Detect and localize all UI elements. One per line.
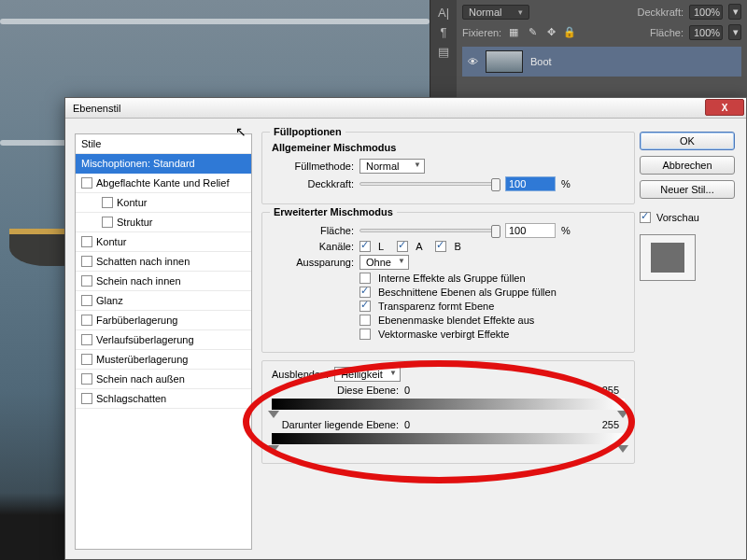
wave-decor — [0, 19, 430, 24]
checkbox[interactable] — [81, 334, 92, 345]
fill-label: Fläche: — [650, 27, 684, 38]
checkbox[interactable] — [81, 295, 92, 306]
layer-row[interactable]: 👁 Boot — [462, 47, 741, 77]
percent-label: % — [561, 178, 571, 189]
fill-opacity-label: Fläche: — [272, 225, 354, 236]
lock-transparency-icon[interactable]: ▦ — [507, 26, 520, 38]
under-min: 0 — [404, 419, 410, 430]
style-item-satin[interactable]: Glanz — [76, 291, 251, 311]
checkbox[interactable] — [81, 315, 92, 326]
style-item-bevel[interactable]: Abgeflachte Kante und Relief — [76, 174, 251, 193]
checkbox[interactable] — [81, 393, 92, 404]
opacity-stepper[interactable]: ▾ — [728, 4, 741, 20]
style-item-drop-shadow[interactable]: Schlagschatten — [76, 389, 251, 409]
under-layer-gradient[interactable] — [272, 433, 625, 444]
options-area: Füllpoptionen Allgemeiner Mischmodus Fül… — [261, 132, 635, 550]
blend-method-label: Füllmethode: — [272, 161, 354, 172]
fill-opacity-slider[interactable] — [359, 229, 500, 232]
opacity-input[interactable]: 100 — [505, 176, 556, 191]
dialog-buttons: OK Abbrechen Neuer Stil... Vorschau — [640, 132, 735, 281]
channel-b-checkbox[interactable] — [435, 241, 446, 252]
advanced-blend-group: Erweiterter Mischmodus Fläche: 100 % Kan… — [261, 212, 635, 353]
blendif-select[interactable]: Helligkeit — [334, 367, 401, 382]
knockout-select[interactable]: Ohne — [359, 255, 409, 270]
opacity-value[interactable]: 100% — [689, 5, 723, 20]
blend-mode-select[interactable]: Normal — [462, 5, 529, 20]
style-item-outer-glow[interactable]: Schein nach außen — [76, 370, 251, 389]
tool-strip: A| ¶ ▤ — [430, 0, 457, 103]
under-layer-label: Darunter liegende Ebene: — [277, 419, 399, 430]
styles-header[interactable]: Stile — [76, 134, 251, 154]
preview-label: Vorschau — [656, 212, 699, 223]
opt4-label: Vektormaske verbirgt Effekte — [378, 329, 509, 340]
opt2-label: Transparenz formt Ebene — [378, 301, 494, 312]
opt3-label: Ebenenmaske blendet Effekte aus — [378, 315, 534, 326]
checkbox[interactable] — [81, 373, 92, 385]
lock-label: Fixieren: — [462, 27, 501, 38]
lock-move-icon[interactable]: ✥ — [544, 26, 557, 38]
this-min: 0 — [404, 385, 410, 396]
layers-icon[interactable]: ▤ — [438, 45, 449, 59]
opt0-label: Interne Effekte als Gruppe füllen — [378, 273, 526, 284]
opt1-checkbox[interactable] — [359, 287, 371, 298]
channels-label: Kanäle: — [272, 241, 354, 252]
ok-button[interactable]: OK — [640, 132, 735, 150]
style-item-inner-glow[interactable]: Schein nach innen — [76, 272, 251, 291]
style-item-color-overlay[interactable]: Farbüberlagerung — [76, 311, 251, 330]
layer-style-dialog: Ebenenstil X Stile Mischoptionen: Standa… — [64, 97, 747, 560]
checkbox[interactable] — [81, 236, 92, 247]
layer-name[interactable]: Boot — [530, 56, 552, 67]
fill-value[interactable]: 100% — [689, 25, 723, 40]
lock-paint-icon[interactable]: ✎ — [526, 26, 539, 38]
checkbox[interactable] — [81, 177, 92, 189]
style-item-texture[interactable]: Struktur — [76, 213, 251, 232]
opacity-label: Deckkraft: — [637, 7, 684, 18]
style-item-stroke[interactable]: Kontur — [76, 232, 251, 252]
this-layer-gradient[interactable] — [272, 399, 625, 410]
channel-l-checkbox[interactable] — [359, 241, 371, 252]
blend-method-select[interactable]: Normal — [359, 159, 425, 174]
fill-stepper[interactable]: ▾ — [728, 24, 741, 40]
style-item-blending[interactable]: Mischoptionen: Standard — [76, 154, 251, 174]
opt2-checkbox[interactable] — [359, 301, 371, 312]
channel-a-checkbox[interactable] — [397, 241, 408, 252]
lock-all-icon[interactable]: 🔒 — [563, 26, 576, 38]
opt3-checkbox[interactable] — [359, 315, 371, 326]
dialog-titlebar[interactable]: Ebenenstil X — [65, 98, 746, 119]
visibility-icon[interactable]: 👁 — [468, 56, 478, 67]
style-item-pattern-overlay[interactable]: Musterüberlagerung — [76, 350, 251, 370]
under-max: 255 — [602, 419, 619, 430]
opacity-slider[interactable] — [359, 182, 500, 186]
blend-if-group: Ausblenden: Helligkeit Diese Ebene: 0 25… — [261, 360, 635, 464]
percent-label: % — [561, 225, 571, 236]
opt0-checkbox[interactable] — [359, 273, 371, 284]
fill-options-legend: Füllpoptionen — [270, 126, 345, 137]
layer-thumbnail[interactable] — [486, 50, 523, 73]
this-layer-label: Diese Ebene: — [277, 385, 399, 396]
paragraph-icon[interactable]: ¶ — [441, 25, 447, 39]
dialog-title: Ebenenstil — [73, 103, 120, 114]
cancel-button[interactable]: Abbrechen — [640, 156, 735, 175]
general-blend-heading: Allgemeiner Mischmodus — [272, 142, 625, 153]
style-item-gradient-overlay[interactable]: Verlaufsüberlagerung — [76, 330, 251, 350]
checkbox[interactable] — [81, 256, 92, 267]
text-tool-icon[interactable]: A| — [438, 6, 449, 20]
checkbox[interactable] — [81, 354, 92, 365]
preview-swatch — [640, 234, 696, 281]
checkbox[interactable] — [102, 217, 113, 228]
checkbox[interactable] — [102, 197, 113, 208]
opt1-label: Beschnittene Ebenen als Gruppe füllen — [378, 287, 557, 298]
preview-checkbox[interactable] — [640, 212, 651, 223]
opt4-checkbox[interactable] — [359, 329, 371, 340]
style-item-contour[interactable]: Kontur — [76, 193, 251, 213]
layers-panel: A| ¶ ▤ Normal Deckkraft: 100% ▾ Fixieren… — [430, 0, 747, 103]
fill-opacity-input[interactable]: 100 — [505, 223, 556, 238]
close-button[interactable]: X — [705, 99, 744, 116]
blendif-label: Ausblenden: — [272, 369, 329, 380]
new-style-button[interactable]: Neuer Stil... — [640, 180, 735, 199]
knockout-label: Aussparung: — [272, 257, 354, 268]
style-item-inner-shadow[interactable]: Schatten nach innen — [76, 252, 251, 272]
advanced-legend: Erweiterter Mischmodus — [270, 206, 397, 217]
fill-options-group: Füllpoptionen Allgemeiner Mischmodus Fül… — [261, 132, 635, 204]
checkbox[interactable] — [81, 275, 92, 287]
